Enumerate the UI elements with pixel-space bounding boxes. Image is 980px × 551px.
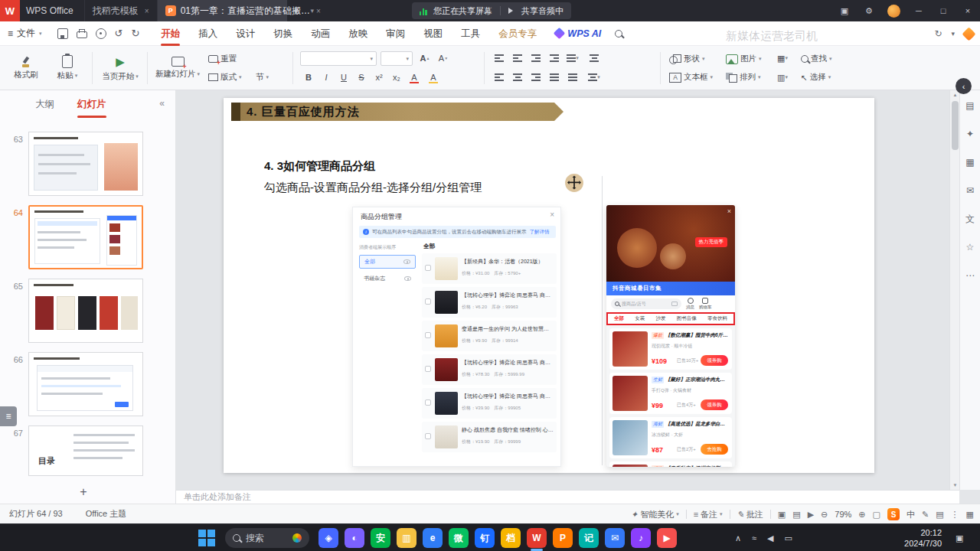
home-tab[interactable]: WPS Office <box>20 0 84 21</box>
volume-icon[interactable]: ◀ <box>767 533 773 543</box>
notification-icon[interactable]: ▣ <box>956 533 963 543</box>
save-icon[interactable] <box>57 28 68 39</box>
font-color-button[interactable]: A <box>407 70 422 85</box>
justify-icon[interactable] <box>547 70 562 85</box>
redo-icon[interactable]: ↻ <box>131 28 139 39</box>
app-mail[interactable]: ✉ <box>605 528 625 548</box>
undo-icon[interactable]: ↺ <box>115 28 123 39</box>
docked-widget-tab[interactable]: ≡ <box>0 406 17 426</box>
align-right-icon[interactable] <box>528 70 544 85</box>
underline-button[interactable]: U <box>336 70 351 85</box>
ime-language-indicator[interactable]: 中 <box>906 509 915 520</box>
slide-title-banner[interactable]: 4. 巨量百应使用方法 <box>231 103 564 121</box>
close-window-button[interactable]: × <box>956 0 980 21</box>
app-video[interactable]: ▶ <box>657 528 677 548</box>
increase-indent-icon[interactable] <box>547 51 562 66</box>
battery-icon[interactable]: ▭ <box>785 533 792 543</box>
zoom-out-icon[interactable]: ⊖ <box>821 510 828 520</box>
reset-button[interactable]: 重置 <box>208 51 237 67</box>
smart-beautify-button[interactable]: ✦ 智能美化 ▾ <box>631 509 679 520</box>
slide-thumbnail-64-selected[interactable] <box>28 205 143 269</box>
template-tab[interactable]: 找稻壳模板 × <box>84 0 157 21</box>
app-notes[interactable]: 记 <box>579 528 599 548</box>
tab-view[interactable]: 视图 <box>414 21 452 46</box>
text-direction-icon[interactable] <box>586 51 602 66</box>
tab-animation[interactable]: 动画 <box>302 21 339 46</box>
network-icon[interactable]: ≈ <box>752 533 756 543</box>
layout-button[interactable]: 版式 ▾ <box>208 70 242 85</box>
paste-button[interactable]: 粘贴▾ <box>47 48 87 88</box>
zoom-in-icon[interactable]: ⊕ <box>858 510 865 520</box>
arrange-button[interactable]: 排列 ▾ <box>726 70 761 85</box>
ime-keyboard-icon[interactable]: ▤ <box>936 510 943 520</box>
member-center-icon[interactable] <box>962 27 975 41</box>
app-file-explorer[interactable]: ▥ <box>397 528 416 548</box>
collapse-panel-icon[interactable]: « <box>159 98 165 109</box>
tab-slides[interactable]: 幻灯片 <box>77 90 106 118</box>
font-size-select[interactable]: ▾ <box>381 51 413 66</box>
format-painter-button[interactable]: 格式刷 <box>6 48 46 88</box>
section-button[interactable]: 节 ▾ <box>256 70 269 85</box>
app-dingtalk[interactable]: 钉 <box>475 528 495 548</box>
highlight-color-button[interactable]: A <box>426 70 441 85</box>
app-presentation[interactable]: P <box>553 528 573 548</box>
wps-ai-button[interactable]: WPS AI <box>546 28 610 39</box>
align-center-icon[interactable] <box>510 70 525 85</box>
app-wps-active[interactable]: W <box>527 528 547 548</box>
slide-64-canvas[interactable]: 4. 巨量百应使用方法 4. 3如何管理商品分组 勾选商品-设置商品分组-选择分… <box>224 98 874 473</box>
tab-review[interactable]: 审阅 <box>377 21 414 46</box>
tab-slideshow[interactable]: 放映 <box>339 21 377 46</box>
grid-panel-icon[interactable]: ▦ <box>966 510 974 520</box>
normal-view-icon[interactable]: ▣ <box>778 510 786 520</box>
app-copilot[interactable]: ◐ <box>345 528 364 548</box>
increase-font-icon[interactable]: A▲ <box>417 51 433 66</box>
ime-pen-icon[interactable]: ✎ <box>922 510 929 520</box>
picture-button[interactable]: 图片 ▾ <box>726 51 762 67</box>
ime-more-icon[interactable]: ⋮ <box>951 510 959 520</box>
app-widgets[interactable]: ◈ <box>318 528 338 548</box>
translate-icon[interactable]: 文 <box>962 211 978 227</box>
more-panels-icon[interactable]: ⋯ <box>962 268 978 283</box>
columns-icon[interactable]: ▾ <box>586 70 602 85</box>
tab-transition[interactable]: 切换 <box>264 21 302 46</box>
fit-slide-icon[interactable]: ▢ <box>873 510 880 520</box>
app-docs[interactable]: 档 <box>501 528 521 548</box>
search-icon[interactable] <box>615 30 622 37</box>
distribute-icon[interactable] <box>565 70 580 85</box>
bold-button[interactable]: B <box>301 70 316 85</box>
sogou-ime-icon[interactable]: S <box>887 508 900 520</box>
editing-canvas[interactable]: 4. 巨量百应使用方法 4. 3如何管理商品分组 勾选商品-设置商品分组-选择分… <box>176 90 949 490</box>
minimize-button[interactable]: ─ <box>906 0 931 21</box>
app-wechat[interactable]: 微 <box>449 528 469 548</box>
workspace-icon[interactable]: ▣ <box>832 0 857 21</box>
notes-button[interactable]: ≡ 备注 ▾ <box>694 509 723 520</box>
add-slide-button[interactable]: + <box>75 484 92 500</box>
numbered-list-icon[interactable] <box>510 51 525 66</box>
tray-expand-icon[interactable]: ∧ <box>735 533 741 543</box>
slide-thumbnail-66[interactable] <box>28 352 143 416</box>
document-tab[interactable]: P 01第一章：直播运营的基础搬… × <box>157 0 287 21</box>
app-edge[interactable]: e <box>423 528 443 548</box>
notes-area[interactable]: 单击此处添加备注 <box>176 490 959 504</box>
tab-tools[interactable]: 工具 <box>452 21 489 46</box>
slide-heading[interactable]: 4. 3如何管理商品分组 <box>264 159 375 174</box>
tab-list-dropdown-icon[interactable]: ▾ <box>305 0 319 21</box>
tab-home[interactable]: 开始 <box>152 21 189 46</box>
slide-thumbnail-67[interactable]: 目录 <box>28 425 143 476</box>
app-security[interactable]: 安 <box>371 528 390 548</box>
tab-design[interactable]: 设计 <box>227 21 264 46</box>
sync-icon[interactable]: ↻ <box>934 28 942 39</box>
file-menu[interactable]: ≡ 文件 ▾ <box>0 27 50 40</box>
decrease-font-icon[interactable]: A▼ <box>436 51 451 66</box>
slideshow-view-icon[interactable]: ▶ <box>808 510 814 520</box>
taskbar-clock[interactable]: 20:12 2024/7/30 <box>879 527 942 549</box>
tab-outline[interactable]: 大纲 <box>35 90 54 118</box>
slide-thumbnail-63[interactable] <box>28 132 143 196</box>
assistant-icon[interactable]: ☆ <box>962 240 978 255</box>
subscript-button[interactable]: x₂ <box>389 70 404 85</box>
superscript-button[interactable]: x² <box>371 70 387 85</box>
object-properties-icon[interactable]: ▤ <box>962 98 978 113</box>
start-button[interactable] <box>198 529 216 547</box>
new-slide-button[interactable]: 新建幻灯片▾ <box>153 48 202 88</box>
comments-panel-icon[interactable]: ✉ <box>962 183 978 198</box>
